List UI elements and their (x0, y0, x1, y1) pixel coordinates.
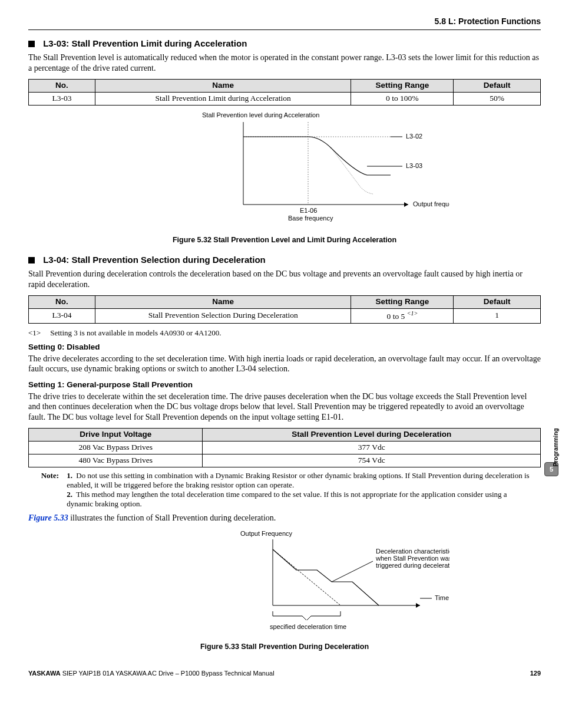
table-header-row: Drive Input Voltage Stall Prevention Lev… (29, 429, 541, 442)
footer-left: YASKAWA SIEP YAIP1B 01A YASKAWA AC Drive… (28, 670, 275, 678)
paragraph: Stall Prevention during deceleration con… (28, 269, 541, 289)
note-num: 1. (67, 471, 76, 480)
section-heading-l304: L3-04: Stall Prevention Selection during… (28, 255, 541, 266)
x-axis-label: Time (435, 594, 449, 601)
page-number: 129 (530, 670, 541, 678)
cell: 208 Vac Bypass Drives (29, 441, 203, 454)
cell-default: 50% (454, 93, 541, 106)
table-row: 480 Vac Bypass Drives 754 Vdc (29, 454, 541, 467)
svg-line-11 (332, 561, 373, 582)
anno2: when Stall Prevention was (375, 555, 449, 562)
page-footer: YASKAWA SIEP YAIP1B 01A YASKAWA AC Drive… (28, 670, 541, 678)
side-tab: Programming 5 (544, 426, 558, 476)
anno1: Deceleration characteristics (376, 548, 449, 555)
side-tab-label: Programming (553, 429, 560, 467)
figure-532: Stall Prevention level during Accelerati… (28, 110, 541, 231)
svg-line-17 (302, 616, 306, 620)
cell-range: 0 to 5 <1> (351, 309, 454, 323)
label-l302: L3-02 (406, 133, 422, 140)
cell-no: L3-03 (29, 93, 95, 106)
cell-default: 1 (454, 309, 541, 323)
range-pre: 0 to 5 (387, 312, 407, 321)
svg-marker-2 (404, 202, 408, 207)
table-row: 208 Vac Bypass Drives 377 Vdc (29, 441, 541, 454)
col-no: No. (29, 80, 95, 93)
x-axis-label: Output frequency (413, 200, 449, 207)
setting-0-head: Setting 0: Disabled (28, 342, 541, 353)
col-no: No. (29, 296, 95, 309)
figure-533-svg: Output Frequency Deceleration characteri… (120, 529, 449, 635)
footnote-text: Setting 3 is not available in models 4A0… (50, 328, 221, 337)
x-tick: E1-06 (300, 207, 317, 214)
x-tick2: Base frequency (288, 215, 333, 222)
cell-name: Stall Prevention Selection During Decele… (95, 309, 351, 323)
figure-533: Output Frequency Deceleration characteri… (28, 529, 541, 638)
y-axis-label: Stall Prevention level during Accelerati… (202, 111, 319, 118)
y-axis-label: Output Frequency (240, 530, 293, 537)
table-footnote: <1> Setting 3 is not available in models… (28, 328, 541, 338)
note-body: 1.Do not use this setting in combination… (67, 471, 532, 509)
section-title: L3-04: Stall Prevention Selection during… (43, 255, 266, 265)
cell-no: L3-04 (29, 309, 95, 323)
figure-532-svg: Stall Prevention level during Accelerati… (120, 110, 449, 228)
table-header-row: No. Name Setting Range Default (29, 296, 541, 309)
setting-1-text: The drive tries to decelerate within the… (28, 391, 541, 423)
footer-doc: SIEP YAIP1B 01A YASKAWA AC Drive – P1000… (61, 670, 275, 677)
cell: 480 Vac Bypass Drives (29, 454, 203, 467)
svg-marker-9 (416, 603, 420, 608)
cell: 754 Vdc (203, 454, 541, 467)
col-default: Default (454, 296, 541, 309)
param-table-l304: No. Name Setting Range Default L3-04 Sta… (28, 295, 541, 323)
footer-brand: YASKAWA (28, 670, 61, 677)
param-table-l303: No. Name Setting Range Default L3-03 Sta… (28, 79, 541, 106)
figure-caption: Figure 5.33 Stall Prevention During Dece… (28, 643, 541, 652)
section-heading-l303: L3-03: Stall Prevention Limit during Acc… (28, 38, 541, 50)
note-1: Do not use this setting in combination w… (67, 471, 529, 489)
range-sup: <1> (407, 310, 418, 317)
col-default: Default (454, 80, 541, 93)
col-name: Name (95, 80, 351, 93)
bullet-icon (28, 257, 35, 263)
col-range: Setting Range (351, 80, 454, 93)
anno3: triggered during deceleration (376, 562, 449, 569)
label-l303: L3-03 (406, 162, 422, 169)
figure-reference-line: Figure 5.33 illustrates the function of … (28, 513, 541, 523)
voltage-table: Drive Input Voltage Stall Prevention Lev… (28, 428, 541, 467)
note-2: This method may lengthen the total decel… (67, 490, 507, 508)
col-range: Setting Range (351, 296, 454, 309)
svg-line-10 (273, 549, 340, 605)
brace-label: specified deceleration time (270, 623, 346, 630)
cell-name: Stall Prevention Limit during Accelerati… (95, 93, 351, 106)
paragraph: The Stall Prevention level is automatica… (28, 52, 541, 73)
col-input-voltage: Drive Input Voltage (29, 429, 203, 442)
table-row: L3-04 Stall Prevention Selection During … (29, 309, 541, 323)
note-num: 2. (67, 490, 76, 499)
col-stall-level: Stall Prevention Level during Decelerati… (203, 429, 541, 442)
setting-0-text: The drive decelerates according to the s… (28, 354, 541, 374)
header-rule (28, 29, 541, 30)
svg-line-18 (307, 616, 311, 620)
table-row: L3-03 Stall Prevention Limit during Acce… (29, 93, 541, 106)
setting-1-head: Setting 1: General-purpose Stall Prevent… (28, 380, 541, 390)
cell: 377 Vdc (203, 441, 541, 454)
figure-ref-rest: illustrates the function of Stall Preven… (68, 513, 276, 522)
figure-ref[interactable]: Figure 5.33 (28, 513, 68, 522)
figure-caption: Figure 5.32 Stall Prevention Level and L… (28, 236, 541, 245)
note-label: Note: (28, 471, 65, 480)
page-header: 5.8 L: Protection Functions (28, 17, 541, 27)
section-title: L3-03: Stall Prevention Limit during Acc… (43, 38, 247, 48)
bullet-icon (28, 41, 35, 47)
footnote-tag: <1> (28, 328, 48, 338)
table-header-row: No. Name Setting Range Default (29, 80, 541, 93)
cell-range: 0 to 100% (351, 93, 454, 106)
col-name: Name (95, 296, 351, 309)
note-block: Note: 1.Do not use this setting in combi… (28, 471, 541, 509)
